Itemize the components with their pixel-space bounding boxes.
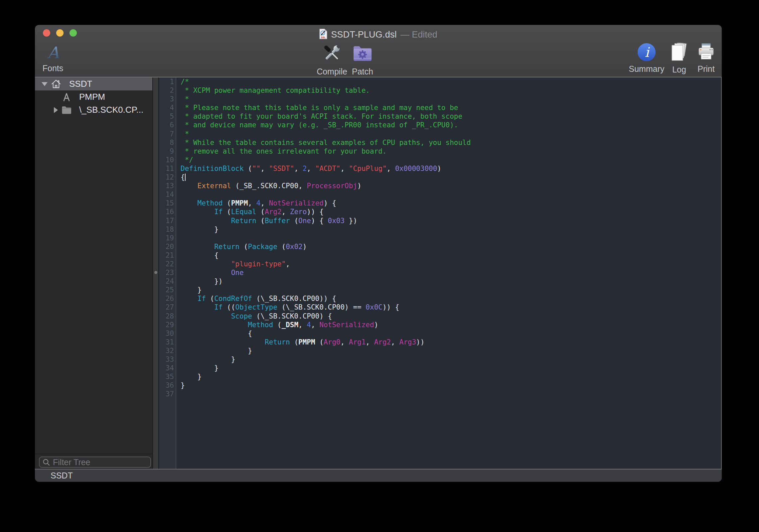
line-number: 16 [159, 207, 176, 216]
code-pane: /* * XCPM power management compatibility… [177, 77, 721, 469]
line-number: 14 [159, 190, 176, 199]
code-line: * remove all the ones irrelevant for you… [177, 147, 721, 156]
code-line: }) [177, 277, 721, 286]
code-line: * and device name may vary (e.g. _SB_.PR… [177, 121, 721, 129]
document-icon: DSL [319, 29, 327, 41]
line-number: 3 [159, 95, 176, 103]
code-line: One [177, 268, 721, 277]
code-line: If (CondRefOf (\_SB.SCK0.CP00)) { [177, 294, 721, 303]
summary-button[interactable]: i Summary [628, 43, 665, 74]
line-number-gutter: 1234567891011121314151617181920212223242… [159, 77, 176, 469]
folder-icon [62, 106, 72, 115]
sidebar-item-pmpm[interactable]: PMPM [35, 90, 152, 103]
code-line: Return (Package (0x02) [177, 242, 721, 251]
line-number: 23 [159, 268, 176, 277]
filter-area: Filter Tree [35, 454, 152, 469]
code-line: * Please note that this table is only a … [177, 103, 721, 112]
line-number: 6 [159, 121, 176, 129]
line-number: 30 [159, 329, 176, 338]
code-line: * While the table contains several examp… [177, 138, 721, 147]
window-title: SSDT-PLUG.dsl [331, 30, 397, 40]
line-number: 10 [159, 156, 176, 164]
code-line: "plugin-type", [177, 260, 721, 268]
code-line: } [177, 372, 721, 381]
disclosure-collapsed-icon[interactable] [54, 107, 58, 113]
code-line: If (LEqual (Arg2, Zero)) { [177, 207, 721, 216]
code-line: Scope (\_SB.SCK0.CP00) { [177, 312, 721, 321]
line-number: 29 [159, 321, 176, 329]
house-icon [51, 79, 61, 90]
search-icon [43, 459, 50, 466]
line-number: 12 [159, 173, 176, 182]
line-number: 5 [159, 112, 176, 121]
svg-text:DSL: DSL [321, 36, 326, 39]
disclosure-open-icon[interactable] [42, 82, 48, 86]
log-button[interactable]: Log [669, 43, 690, 74]
line-number: 18 [159, 225, 176, 234]
fonts-button[interactable]: A Fonts [35, 44, 73, 73]
code-line [177, 234, 721, 242]
line-number: 24 [159, 277, 176, 286]
line-number: 11 [159, 164, 176, 173]
line-number: 15 [159, 199, 176, 207]
line-number: 26 [159, 294, 176, 303]
line-number: 37 [159, 390, 176, 398]
window-title-edited: — Edited [400, 30, 437, 40]
code-line: { [177, 329, 721, 338]
patch-button[interactable]: Patch [352, 42, 374, 76]
patch-icon [352, 42, 373, 66]
pane-splitter[interactable] [152, 77, 159, 469]
app-window: DSL SSDT-PLUG.dsl — Edited A Fonts [35, 25, 722, 482]
code-line: } [177, 355, 721, 364]
sidebar-tree: SSDT PMPM \_SB.SCK0.CP... [35, 77, 152, 454]
line-number: 9 [159, 147, 176, 156]
code-line: If ((ObjectType (\_SB.SCK0.CP00) == 0x0C… [177, 303, 721, 312]
line-number: 17 [159, 216, 176, 225]
sidebar-item-ssdt[interactable]: SSDT [35, 77, 152, 90]
code-line: } [177, 286, 721, 294]
line-number: 33 [159, 355, 176, 364]
code-line [177, 190, 721, 199]
compile-icon [321, 42, 343, 66]
line-number: 22 [159, 260, 176, 268]
log-icon [670, 43, 689, 64]
line-number: 25 [159, 286, 176, 294]
sidebar-item-sb-sck0[interactable]: \_SB.SCK0.CP... [35, 103, 152, 116]
print-button[interactable]: Print [695, 43, 717, 74]
line-number: 36 [159, 381, 176, 390]
line-number: 1 [159, 77, 176, 86]
code-line [177, 390, 721, 398]
applicator-icon [62, 92, 72, 103]
summary-info-icon: i [637, 43, 656, 63]
line-number: 19 [159, 234, 176, 242]
line-number: 20 [159, 242, 176, 251]
line-number: 21 [159, 251, 176, 260]
code-line: * [177, 130, 721, 138]
title-area: DSL SSDT-PLUG.dsl — Edited [35, 29, 722, 40]
splitter-handle[interactable] [154, 271, 157, 274]
code-line: } [177, 364, 721, 372]
line-number: 2 [159, 86, 176, 95]
status-bar: SSDT [35, 469, 722, 482]
title-toolbar: DSL SSDT-PLUG.dsl — Edited A Fonts [35, 25, 722, 77]
code-line: } [177, 225, 721, 234]
code-line: * XCPM power management compatibility ta… [177, 86, 721, 95]
compile-button[interactable]: Compile [320, 42, 344, 76]
line-number: 27 [159, 303, 176, 312]
code-editor[interactable]: 1234567891011121314151617181920212223242… [159, 77, 722, 469]
fonts-icon: A [47, 44, 59, 62]
code-line: Method (PMPM, 4, NotSerialized) { [177, 199, 721, 207]
print-icon [697, 43, 715, 63]
line-number: 7 [159, 130, 176, 138]
line-number: 28 [159, 312, 176, 321]
code-line: Return (Buffer (One) { 0x03 }) [177, 216, 721, 225]
line-number: 31 [159, 338, 176, 346]
code-line: } [177, 381, 721, 390]
line-number: 34 [159, 364, 176, 372]
filter-placeholder: Filter Tree [53, 458, 90, 467]
line-number: 8 [159, 138, 176, 147]
line-number: 35 [159, 372, 176, 381]
code-line: */ [177, 156, 721, 164]
filter-tree-input[interactable]: Filter Tree [39, 457, 151, 468]
code-line: /* [177, 77, 721, 86]
